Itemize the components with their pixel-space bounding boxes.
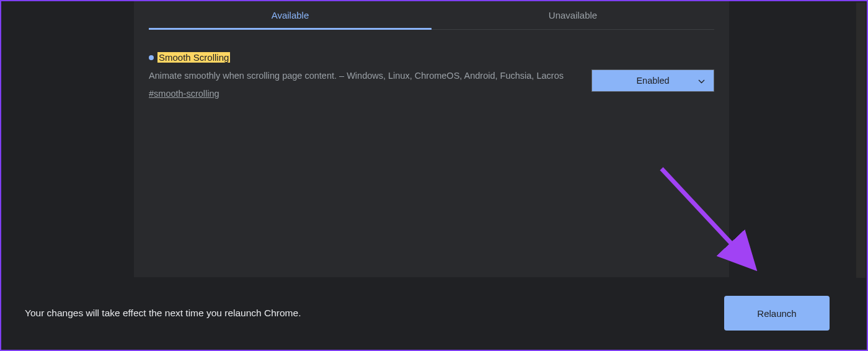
relaunch-bar: Your changes will take effect the next t… [2, 278, 866, 349]
chevron-down-icon [698, 76, 705, 86]
dropdown-selected-value: Enabled [636, 76, 669, 86]
modified-indicator-dot [149, 55, 154, 60]
flags-content-panel: Available Unavailable Smooth Scrolling A… [134, 1, 729, 277]
tab-unavailable[interactable]: Unavailable [432, 1, 714, 29]
flag-text-block: Smooth Scrolling Animate smoothly when s… [149, 52, 591, 99]
flag-state-dropdown[interactable]: Enabled [591, 69, 714, 92]
tab-available[interactable]: Available [149, 1, 432, 30]
relaunch-button[interactable]: Relaunch [724, 296, 830, 331]
flag-title-row: Smooth Scrolling [149, 52, 567, 63]
flag-permalink[interactable]: #smooth-scrolling [149, 89, 219, 99]
vertical-scrollbar[interactable] [856, 2, 866, 278]
flag-description: Animate smoothly when scrolling page con… [149, 69, 567, 83]
relaunch-message: Your changes will take effect the next t… [25, 308, 301, 319]
flag-control: Enabled [591, 52, 714, 92]
flag-title: Smooth Scrolling [157, 52, 230, 63]
tabs-container: Available Unavailable [149, 1, 714, 30]
flag-item-smooth-scrolling: Smooth Scrolling Animate smoothly when s… [134, 30, 729, 114]
